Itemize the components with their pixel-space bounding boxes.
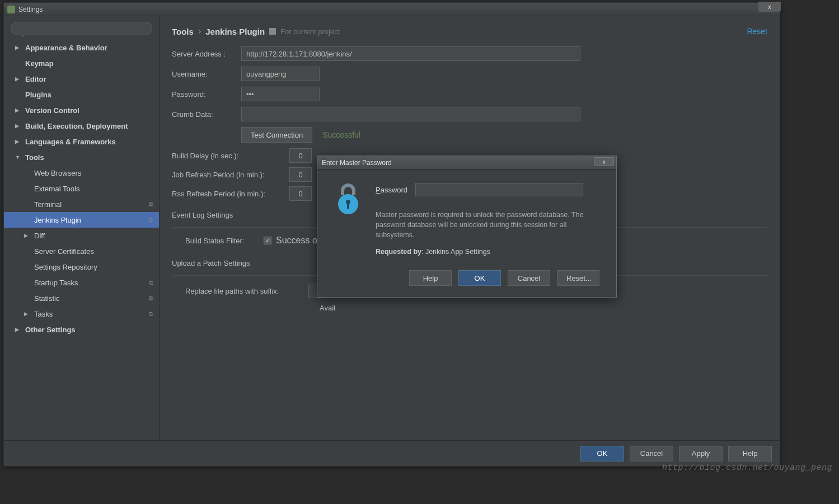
job-refresh-label: Job Refresh Period (in min.): [172,171,289,179]
server-address-input[interactable] [241,46,580,61]
sidebar-item-label: Startup Tasks [34,279,78,287]
username-label: Username: [172,70,241,78]
sidebar-item-diff[interactable]: ▶Diff [4,228,159,243]
dialog-cancel-button[interactable]: Cancel [508,270,550,286]
job-refresh-input[interactable] [289,167,312,182]
build-delay-label: Build Delay (in sec.): [172,152,289,160]
dialog-titlebar: Enter Master Password x [317,156,616,169]
dialog-reset-button[interactable]: Reset... [557,270,599,286]
caret-icon: ▶ [15,139,22,144]
dialog-help-button[interactable]: Help [409,270,452,286]
breadcrumb: Tools › Jenkins Plugin For current proje… [172,26,767,36]
caret-icon: ▶ [24,233,31,238]
sidebar-item-editor[interactable]: ▶Editor [4,71,159,87]
caret-icon: ▶ [15,123,22,129]
sidebar-item-label: Keymap [25,59,54,68]
sidebar-item-label: Terminal [34,200,62,209]
breadcrumb-root[interactable]: Tools [172,27,194,36]
sidebar-item-label: Plugins [25,91,51,99]
dialog-close-button[interactable]: x [594,157,614,166]
sidebar-item-label: Diff [34,232,45,240]
sidebar-item-jenkins-plugin[interactable]: Jenkins Plugin⧉ [4,212,159,228]
dialog-requested-by: Requested by: Jenkins App Settings [376,248,599,256]
sidebar-item-tasks[interactable]: ▶Tasks⧉ [4,306,159,322]
titlebar: Settings [4,3,780,16]
sidebar-item-label: Settings Repository [34,263,97,271]
crumb-data-input[interactable] [241,107,580,121]
sidebar-item-version-control[interactable]: ▶Version Control [4,102,159,118]
sidebar-item-label: Build, Execution, Deployment [25,122,128,130]
sidebar-item-terminal[interactable]: Terminal⧉ [4,196,159,212]
sidebar-item-server-certificates[interactable]: Server Certificates [4,243,159,259]
sidebar-item-build[interactable]: ▶Build, Execution, Deployment [4,118,159,134]
sidebar-item-web-browsers[interactable]: Web Browsers [4,165,159,181]
build-status-filter-label: Build Status Filter: [185,237,264,245]
caret-icon: ▼ [15,154,22,160]
caret-icon: ▶ [15,45,22,50]
project-scope-icon: ⧉ [149,201,153,208]
sidebar-item-label: Appearance & Behavior [25,44,107,52]
master-password-input[interactable] [415,183,583,196]
breadcrumb-hint: For current project [280,27,340,36]
sidebar-item-external-tools[interactable]: External Tools [4,181,159,196]
search-input[interactable] [11,22,152,35]
breadcrumb-current: Jenkins Plugin [205,27,265,36]
sidebar-item-label: Tools [25,153,44,162]
server-address-label: Server Address : [172,50,241,58]
rss-refresh-input[interactable] [289,186,312,201]
sidebar-item-label: Other Settings [25,326,76,334]
project-scope-icon: ⧉ [149,295,153,302]
caret-icon: ▶ [24,311,31,317]
sidebar-item-tools[interactable]: ▼Tools [4,149,159,165]
available-text: Avail [306,304,767,312]
window-close-button[interactable]: x [758,2,781,12]
caret-icon: ▶ [15,107,22,113]
master-password-dialog: Enter Master Password x Password Master … [317,156,617,298]
project-scope-icon: ⧉ [149,216,153,224]
sidebar-item-label: Statistic [34,294,60,303]
watermark-text: http://blog.csdn.net/ouyang_peng [662,463,832,473]
apply-button[interactable]: Apply [679,446,723,461]
sidebar-item-label: External Tools [34,185,79,193]
sidebar-item-languages[interactable]: ▶Languages & Frameworks [4,134,159,149]
dialog-ok-button[interactable]: OK [458,270,501,286]
reset-link[interactable]: Reset [747,27,767,36]
settings-tree: ▶Appearance & Behavior Keymap ▶Editor Pl… [4,40,159,337]
sidebar-item-label: Server Certificates [34,247,94,256]
sidebar-item-settings-repository[interactable]: Settings Repository [4,259,159,275]
bottom-bar: OK Cancel Apply Help [4,440,780,466]
sidebar-item-label: Web Browsers [34,169,81,177]
dialog-title: Enter Master Password [322,159,392,167]
lock-icon [334,183,362,256]
sidebar-item-plugins[interactable]: Plugins [4,87,159,102]
connection-status: Successful [322,130,360,139]
ok-button[interactable]: OK [580,446,624,461]
sidebar-item-label: Languages & Frameworks [25,138,116,146]
sidebar: 🔍 ▶Appearance & Behavior Keymap ▶Editor … [4,16,160,440]
project-scope-icon [269,28,276,35]
sidebar-item-other-settings[interactable]: ▶Other Settings [4,322,159,337]
sidebar-item-keymap[interactable]: Keymap [4,55,159,71]
caret-icon: ▶ [15,327,22,332]
window-title: Settings [18,6,776,13]
project-scope-icon: ⧉ [149,279,153,286]
sidebar-item-statistic[interactable]: Statistic⧉ [4,290,159,306]
success-checkbox[interactable]: ✓ [264,237,271,244]
cancel-button[interactable]: Cancel [630,446,673,461]
project-scope-icon: ⧉ [149,310,153,318]
crumb-data-label: Crumb Data: [172,110,241,119]
build-delay-input[interactable] [289,148,312,163]
password-label: Password: [172,90,241,98]
sidebar-item-label: Jenkins Plugin [34,216,81,224]
username-input[interactable] [241,67,320,81]
test-connection-button[interactable]: Test Connection [241,127,312,143]
sidebar-item-startup-tasks[interactable]: Startup Tasks⧉ [4,275,159,290]
sidebar-item-appearance[interactable]: ▶Appearance & Behavior [4,40,159,55]
replace-suffix-label: Replace file paths with suffix: [185,287,308,295]
help-button[interactable]: Help [728,446,772,461]
password-input[interactable] [241,87,320,101]
sidebar-item-label: Tasks [34,310,53,318]
dialog-password-label: Password [376,186,407,194]
app-icon [7,6,15,13]
sidebar-item-label: Version Control [25,106,79,115]
